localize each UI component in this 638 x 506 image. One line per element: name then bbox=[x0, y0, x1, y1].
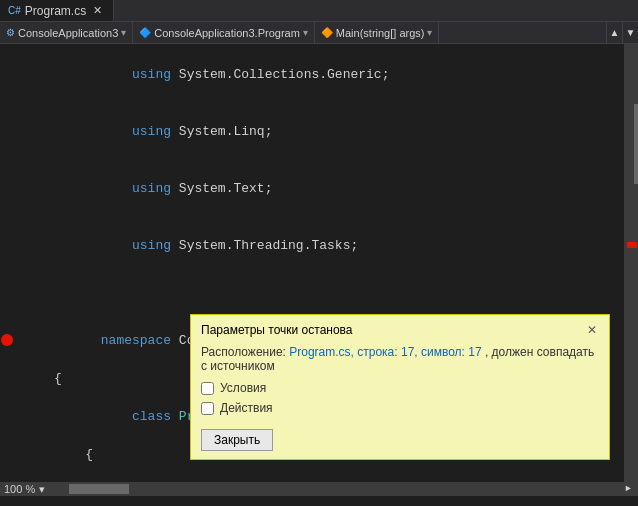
popup-title: Параметры точки останова bbox=[201, 323, 353, 337]
breadcrumb-arrow-2: ▾ bbox=[427, 27, 432, 38]
h-scroll-thumb bbox=[69, 484, 129, 494]
line-num bbox=[14, 198, 44, 217]
gutter bbox=[0, 44, 14, 482]
tab-label: Program.cs bbox=[25, 4, 86, 18]
code-line-4: using System.Threading.Tasks; bbox=[54, 217, 624, 274]
line-numbers bbox=[14, 44, 50, 482]
zoom-label: 100 % bbox=[4, 483, 35, 495]
horizontal-scrollbar[interactable] bbox=[49, 484, 622, 494]
popup-close-btn[interactable]: Закрыть bbox=[201, 429, 273, 451]
line-num bbox=[14, 65, 44, 84]
breadcrumb-item-1[interactable]: 🔷 ConsoleApplication3.Program ▾ bbox=[133, 22, 315, 43]
line-num bbox=[14, 141, 44, 160]
popup-close-button[interactable]: ✕ bbox=[585, 323, 599, 337]
popup-actions-checkbox[interactable] bbox=[201, 402, 214, 415]
tab-bar: C# Program.cs ✕ bbox=[0, 0, 638, 22]
tab-program-cs[interactable]: C# Program.cs ✕ bbox=[0, 0, 114, 21]
line-num bbox=[14, 274, 44, 293]
breadcrumb-icon-2: 🔶 bbox=[321, 27, 333, 38]
scroll-up-button[interactable]: ▲ bbox=[606, 22, 622, 44]
editor-area: using System.Collections.Generic; using … bbox=[0, 44, 638, 482]
breadcrumb-icon-1: 🔷 bbox=[139, 27, 151, 38]
breadcrumb-arrow-0: ▾ bbox=[121, 27, 126, 38]
tab-close-button[interactable]: ✕ bbox=[90, 3, 105, 18]
code-editor[interactable]: using System.Collections.Generic; using … bbox=[50, 44, 624, 482]
popup-actions-row: Действия bbox=[201, 401, 599, 415]
line-num bbox=[14, 293, 44, 312]
line-num bbox=[14, 84, 44, 103]
line-num bbox=[14, 103, 44, 122]
breadcrumb-label-1: ConsoleApplication3.Program bbox=[154, 27, 300, 39]
popup-title-bar: Параметры точки останова ✕ bbox=[201, 323, 599, 337]
popup-location: Расположение: Program.cs, строка: 17, си… bbox=[201, 345, 599, 373]
code-line-1: using System.Collections.Generic; bbox=[54, 46, 624, 103]
line-num bbox=[14, 122, 44, 141]
line-num bbox=[14, 46, 44, 65]
line-num bbox=[14, 160, 44, 179]
breadcrumb-label-2: Main(string[] args) bbox=[336, 27, 425, 39]
popup-conditions-row: Условия bbox=[201, 381, 599, 395]
line-num bbox=[14, 312, 44, 331]
breadcrumb-item-0[interactable]: ⚙ ConsoleApplication3 ▾ bbox=[0, 22, 133, 43]
zoom-dropdown-icon[interactable]: ▾ bbox=[39, 483, 45, 496]
popup-location-prefix: Расположение: bbox=[201, 345, 286, 359]
tab-cs-icon: C# bbox=[8, 5, 21, 16]
popup-conditions-label: Условия bbox=[220, 381, 266, 395]
status-zoom: 100 % ▾ bbox=[4, 483, 45, 496]
popup-location-link[interactable]: Program.cs, строка: 17, символ: 17 bbox=[289, 345, 481, 359]
scroll-right-arrow[interactable]: ► bbox=[623, 484, 634, 494]
line-num bbox=[14, 179, 44, 198]
popup-actions-label: Действия bbox=[220, 401, 273, 415]
code-line-5 bbox=[54, 274, 624, 293]
line-num bbox=[14, 331, 44, 350]
line-num bbox=[14, 217, 44, 236]
scroll-thumb bbox=[634, 104, 638, 184]
breadcrumb-icon-0: ⚙ bbox=[6, 27, 15, 38]
bottom-bar: 100 % ▾ ► bbox=[0, 482, 638, 496]
breadcrumb-item-2[interactable]: 🔶 Main(string[] args) ▾ bbox=[315, 22, 440, 43]
breakpoint-marker[interactable] bbox=[1, 334, 13, 346]
breakpoint-popup: Параметры точки останова ✕ Расположение:… bbox=[190, 314, 610, 460]
popup-conditions-checkbox[interactable] bbox=[201, 382, 214, 395]
line-num bbox=[14, 255, 44, 274]
scroll-down-button[interactable]: ▼ bbox=[622, 22, 638, 44]
breadcrumb-arrow-1: ▾ bbox=[303, 27, 308, 38]
breakpoint-scroll-indicator bbox=[627, 242, 637, 248]
code-line-10: static void Main(string[] args) bbox=[54, 464, 624, 482]
right-scrollbar[interactable] bbox=[624, 44, 638, 482]
breadcrumb-label-0: ConsoleApplication3 bbox=[18, 27, 118, 39]
breadcrumb-bar: ⚙ ConsoleApplication3 ▾ 🔷 ConsoleApplica… bbox=[0, 22, 638, 44]
scroll-buttons: ▲ ▼ bbox=[606, 22, 638, 44]
code-line-2: using System.Linq; bbox=[54, 103, 624, 160]
code-line-3: using System.Text; bbox=[54, 160, 624, 217]
line-num bbox=[14, 236, 44, 255]
